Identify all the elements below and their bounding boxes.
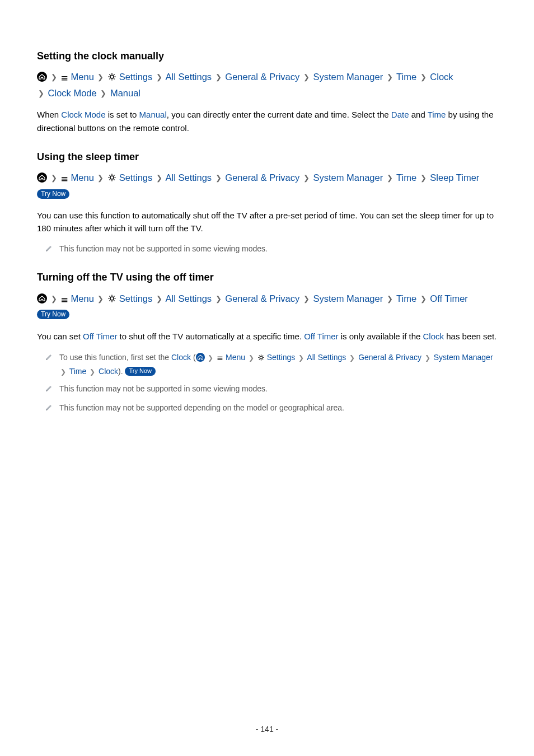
note-text: This function may not be supported in so… — [59, 383, 497, 395]
home-icon — [37, 172, 47, 187]
nav-clock: Clock — [430, 72, 453, 82]
section2-body: You can use this function to automatical… — [37, 209, 497, 235]
nav-off-timer: Off Timer — [430, 293, 468, 304]
nav-general-privacy: General & Privacy — [225, 72, 299, 82]
section3-body: You can set Off Timer to shut off the TV… — [37, 330, 497, 343]
chevron-right-icon: ❯ — [50, 73, 58, 81]
page-number: - 141 - — [0, 725, 534, 734]
nav-all-settings: All Settings — [166, 172, 212, 183]
section2-notes: This function may not be supported in so… — [45, 243, 497, 256]
menu-icon: ≡ — [60, 175, 68, 184]
chevron-right-icon: ❯ — [302, 295, 311, 303]
try-now-badge[interactable]: Try Now — [37, 310, 69, 319]
chevron-right-icon: ❯ — [155, 73, 163, 81]
note-item: This function may not be supported in so… — [45, 243, 497, 256]
nav-settings: Settings — [119, 72, 153, 82]
nav-menu: Menu — [71, 293, 94, 304]
nav-system-manager: System Manager — [313, 172, 383, 183]
chevron-right-icon: ❯ — [419, 295, 428, 303]
text-span: You can set — [37, 332, 83, 341]
home-icon — [37, 293, 47, 308]
chevron-right-icon: ❯ — [96, 174, 105, 182]
section-off-timer: Turning off the TV using the off timer ❯… — [37, 270, 497, 415]
note-text: This function may not be supported depen… — [59, 402, 497, 414]
chevron-right-icon: ❯ — [419, 73, 428, 81]
nav-all-settings: All Settings — [307, 353, 346, 362]
nav-menu: Menu — [71, 172, 94, 183]
nav-settings: Settings — [119, 293, 153, 304]
try-now-badge[interactable]: Try Now — [125, 367, 156, 376]
chevron-right-icon: ❯ — [155, 174, 163, 182]
pencil-icon — [45, 353, 53, 365]
text-highlight: Clock — [171, 353, 191, 362]
nav-general-privacy: General & Privacy — [225, 172, 299, 183]
text-span: ( — [191, 353, 196, 362]
nav-all-settings: All Settings — [166, 72, 212, 82]
nav-clock-mode: Clock Mode — [48, 88, 97, 98]
nav-clock: Clock — [99, 367, 118, 376]
chevron-right-icon: ❯ — [155, 295, 163, 303]
pencil-icon — [45, 403, 53, 416]
chevron-right-icon: ❯ — [50, 295, 58, 303]
text-highlight: Date — [391, 110, 409, 119]
chevron-right-icon: ❯ — [59, 368, 67, 376]
note-text: This function may not be supported in so… — [59, 243, 497, 255]
try-now-badge[interactable]: Try Now — [37, 189, 69, 199]
section-sleep-timer: Using the sleep timer ❯ ≡ Menu ❯ Setting… — [37, 150, 497, 256]
pencil-icon — [45, 244, 53, 256]
home-icon — [196, 353, 205, 366]
nav-system-manager: System Manager — [313, 72, 383, 82]
menu-icon: ≡ — [60, 74, 68, 83]
chevron-right-icon: ❯ — [386, 73, 394, 81]
chevron-right-icon: ❯ — [302, 174, 311, 182]
text-span: to shut off the TV automatically at a sp… — [117, 332, 304, 341]
nav-path-clock-manual: ❯ ≡ Menu ❯ Settings ❯ All Settings ❯ Gen… — [37, 70, 497, 100]
text-span: ). — [118, 367, 125, 376]
section-clock-manual: Setting the clock manually ❯ ≡ Menu ❯ Se… — [37, 49, 497, 134]
chevron-right-icon: ❯ — [88, 368, 96, 376]
chevron-right-icon: ❯ — [99, 89, 107, 97]
section3-notes: To use this function, first set the Cloc… — [45, 352, 497, 416]
chevron-right-icon: ❯ — [247, 354, 255, 362]
text-span: When — [37, 110, 61, 119]
chevron-right-icon: ❯ — [424, 354, 432, 362]
text-span: is only available if the — [339, 332, 423, 341]
chevron-right-icon: ❯ — [214, 73, 223, 81]
menu-icon: ≡ — [217, 354, 223, 362]
section-title: Turning off the TV using the off timer — [37, 270, 497, 284]
nav-menu: Menu — [226, 353, 245, 362]
text-highlight: Clock — [423, 332, 444, 341]
document-page: Setting the clock manually ❯ ≡ Menu ❯ Se… — [0, 0, 534, 756]
text-highlight: Off Timer — [304, 332, 338, 341]
text-span: , you can directly enter the current dat… — [167, 110, 391, 119]
chevron-right-icon: ❯ — [386, 174, 394, 182]
text-highlight: Time — [428, 110, 446, 119]
nav-all-settings: All Settings — [166, 293, 212, 304]
chevron-right-icon: ❯ — [297, 354, 305, 362]
nav-time: Time — [396, 172, 416, 183]
nav-path-sleep-timer: ❯ ≡ Menu ❯ Settings ❯ All Settings ❯ Gen… — [37, 171, 497, 201]
chevron-right-icon: ❯ — [96, 295, 105, 303]
text-highlight: Manual — [139, 110, 167, 119]
text-highlight: Off Timer — [83, 332, 117, 341]
nav-general-privacy: General & Privacy — [225, 293, 299, 304]
chevron-right-icon: ❯ — [214, 174, 223, 182]
menu-icon: ≡ — [60, 296, 68, 305]
gear-icon — [107, 293, 116, 307]
home-icon — [37, 72, 47, 86]
note-item: This function may not be supported in so… — [45, 383, 497, 396]
note-item: This function may not be supported depen… — [45, 402, 497, 416]
nav-time: Time — [69, 367, 87, 376]
section-title: Using the sleep timer — [37, 150, 497, 164]
chevron-right-icon: ❯ — [386, 295, 394, 303]
nav-time: Time — [396, 72, 416, 82]
chevron-right-icon: ❯ — [302, 73, 311, 81]
nav-sleep-timer: Sleep Timer — [430, 172, 479, 183]
text-span: To use this function, first set the — [59, 353, 171, 362]
text-span: has been set. — [444, 332, 496, 341]
nav-menu: Menu — [71, 72, 94, 82]
text-span: and — [409, 110, 428, 119]
text-highlight: Clock Mode — [61, 110, 105, 119]
chevron-right-icon: ❯ — [348, 354, 356, 362]
chevron-right-icon: ❯ — [96, 73, 105, 81]
